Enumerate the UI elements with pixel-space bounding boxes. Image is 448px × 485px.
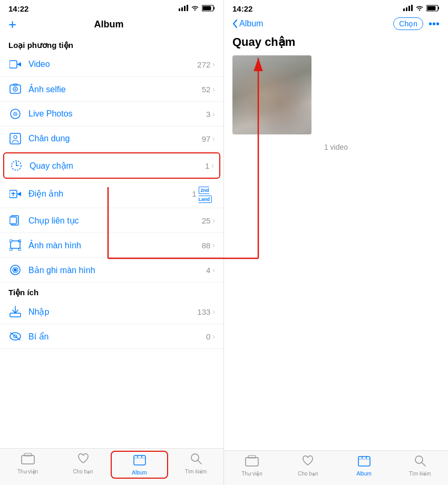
tab-foryou-left[interactable]: Cho bạn <box>55 451 111 479</box>
right-title: Quay chậm <box>224 34 448 55</box>
svg-marker-7 <box>17 62 21 66</box>
status-icons-right <box>403 5 440 13</box>
burst-label: Chụp liên tục <box>28 216 202 226</box>
right-header-actions: Chọn ••• <box>393 17 440 30</box>
tab-foryou-right[interactable]: Cho bạn <box>280 453 336 479</box>
photo-grid <box>224 55 448 134</box>
screen-record-chevron: › <box>212 266 215 274</box>
choose-button[interactable]: Chọn <box>393 17 423 30</box>
svg-rect-6 <box>9 61 17 68</box>
tab-foryou-label-left: Cho bạn <box>73 469 93 474</box>
burst-chevron: › <box>212 216 215 225</box>
list-item-screen-record[interactable]: Bản ghi màn hình 4 › <box>0 258 223 283</box>
list-item-live[interactable]: Live Photos 3 › <box>0 102 223 127</box>
wifi-icon-right <box>415 5 424 13</box>
battery-icon-right <box>426 5 440 13</box>
screenshot-label: Ảnh màn hình <box>28 240 202 250</box>
svg-marker-21 <box>17 192 21 196</box>
svg-line-48 <box>198 460 201 464</box>
svg-rect-55 <box>246 458 258 466</box>
section-utilities: Tiện ích <box>0 283 223 299</box>
tab-search-left[interactable]: Tìm kiếm <box>168 451 223 479</box>
svg-line-62 <box>422 462 425 466</box>
add-button[interactable]: + <box>8 17 16 31</box>
svg-rect-25 <box>9 217 17 224</box>
svg-rect-50 <box>406 7 407 11</box>
list-item-video[interactable]: Video 272 › <box>0 52 223 77</box>
tab-library-left[interactable]: Thư viện <box>0 451 55 479</box>
list-item-import[interactable]: Nhập 133 › <box>0 299 223 324</box>
svg-rect-57 <box>358 457 370 466</box>
tab-search-right[interactable]: Tìm kiếm <box>392 453 448 479</box>
screenshot-chevron: › <box>212 241 215 249</box>
album-tab-icon-right <box>358 455 371 470</box>
right-header: Album Chọn ••• <box>224 15 448 34</box>
foryou-tab-icon-left <box>77 453 90 468</box>
search-tab-icon-left <box>190 453 202 468</box>
time-right: 14:22 <box>232 4 252 13</box>
svg-rect-31 <box>9 248 12 250</box>
selfie-icon <box>8 82 22 96</box>
live-chevron: › <box>212 110 215 118</box>
list-item-portrait[interactable]: Chân dung 97 › <box>0 127 223 151</box>
video-label: Video <box>28 60 197 69</box>
left-title: Album <box>16 19 201 30</box>
back-button[interactable]: Album <box>232 19 263 28</box>
tab-library-right[interactable]: Thư viện <box>224 453 280 479</box>
svg-rect-44 <box>134 458 145 459</box>
svg-rect-52 <box>411 5 413 11</box>
photo-thumb-inner <box>232 55 311 134</box>
list-item-selfie[interactable]: Ảnh selfie 52 › <box>0 77 223 102</box>
list-item-screenshot[interactable]: Ảnh màn hình 88 › <box>0 233 223 258</box>
portrait-label: Chân dung <box>28 134 202 143</box>
live-label: Live Photos <box>28 109 206 119</box>
signal-icon-left <box>179 5 188 13</box>
status-bar-left: 14:22 <box>0 0 223 15</box>
slow-icon <box>9 159 23 172</box>
hidden-icon <box>8 329 22 343</box>
back-label: Album <box>239 19 263 28</box>
screen-record-count: 4 <box>206 266 210 275</box>
section-media-type: Loại phương tiện <box>0 35 223 52</box>
tab-library-label-left: Thư viện <box>17 469 38 474</box>
foryou-tab-icon-right <box>301 455 314 470</box>
svg-rect-36 <box>10 313 21 317</box>
video-chevron: › <box>212 60 215 69</box>
live-icon <box>8 107 22 121</box>
tab-album-right[interactable]: Album <box>336 453 392 479</box>
list-item-burst[interactable]: Chụp liên tục 25 › <box>0 208 223 233</box>
search-tab-icon-right <box>414 455 426 470</box>
list-item-cinema[interactable]: Điện ảnh 1 2ndLand <box>0 180 223 208</box>
cinema-label: Điện ảnh <box>28 189 192 199</box>
tab-search-label-left: Tìm kiếm <box>185 469 207 474</box>
svg-rect-41 <box>22 455 34 464</box>
signal-icon-right <box>403 5 413 13</box>
video-icon <box>8 57 22 71</box>
svg-rect-0 <box>179 8 180 11</box>
import-label: Nhập <box>28 307 197 317</box>
status-bar-right: 14:22 <box>224 0 448 15</box>
burst-count: 25 <box>202 216 211 225</box>
more-button[interactable]: ••• <box>428 18 440 30</box>
portrait-count: 97 <box>202 134 211 143</box>
wifi-icon-left <box>191 5 199 13</box>
live-count: 3 <box>206 110 210 119</box>
cinema-icon <box>8 187 22 201</box>
video-count: 1 video <box>224 143 448 151</box>
portrait-chevron: › <box>212 134 215 143</box>
import-count: 133 <box>197 307 210 316</box>
tab-search-label-right: Tìm kiếm <box>409 471 431 477</box>
screen-record-icon <box>8 263 22 277</box>
tab-album-left[interactable]: Album <box>111 451 168 479</box>
selfie-chevron: › <box>212 85 215 93</box>
list-item-slow[interactable]: Quay chậm 1 › <box>3 152 220 179</box>
svg-rect-5 <box>203 6 211 10</box>
cinema-count: 1 <box>192 189 196 198</box>
svg-rect-28 <box>10 240 12 241</box>
list-item-hidden[interactable]: Bí ẩn 0 › <box>0 324 223 349</box>
hidden-count: 0 <box>206 332 210 341</box>
library-tab-icon-left <box>21 453 35 468</box>
photo-thumbnail[interactable] <box>232 55 311 134</box>
library-tab-icon-right <box>245 455 259 470</box>
video-count: 272 <box>197 60 210 69</box>
